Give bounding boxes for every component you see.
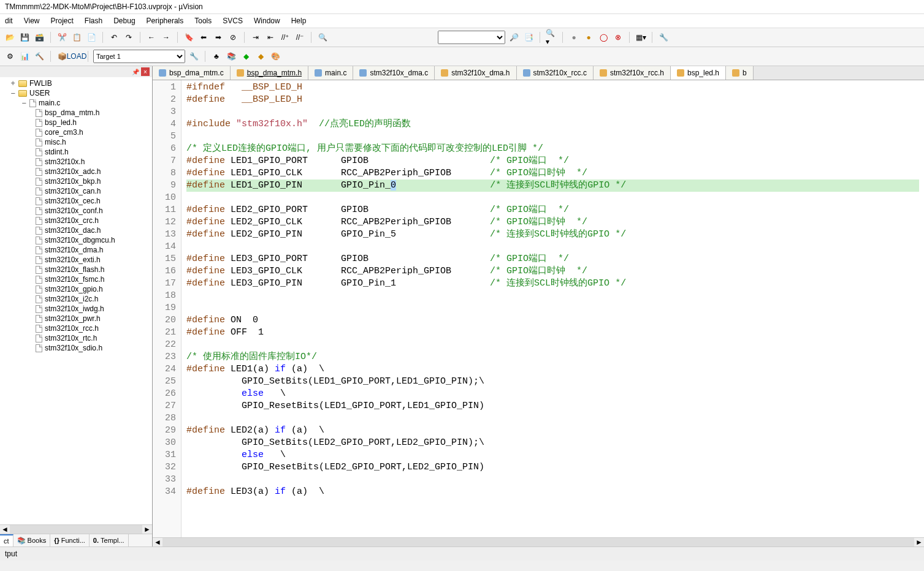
bookmark-icon[interactable]: 🔖 bbox=[183, 31, 195, 43]
tree-file[interactable]: stm32f10x_dac.h bbox=[1, 225, 151, 235]
save-all-icon[interactable]: 🗃️ bbox=[33, 31, 45, 43]
manage-icon[interactable]: ◆ bbox=[254, 50, 267, 62]
tree-file[interactable]: misc.h bbox=[1, 137, 151, 147]
editor-tab[interactable]: stm32f10x_dma.h bbox=[435, 66, 516, 80]
editor-tab[interactable]: stm32f10x_rcc.h bbox=[594, 66, 671, 80]
editor-tab[interactable]: bsp_dma_mtm.c bbox=[153, 66, 231, 80]
find-in-files-icon[interactable]: 🔎 bbox=[508, 31, 520, 43]
configure-icon[interactable]: 🔧 bbox=[657, 31, 670, 43]
nav-back-icon[interactable]: ← bbox=[145, 31, 158, 43]
options-icon[interactable]: 🔧 bbox=[188, 50, 200, 62]
bookmark-clear-icon[interactable]: ⊘ bbox=[227, 31, 239, 43]
indent-icon[interactable]: ⇥ bbox=[250, 31, 262, 43]
code-content[interactable]: #ifndef __BSP_LED_H#define __BSP_LED_H #… bbox=[181, 80, 924, 537]
redo-icon[interactable]: ↷ bbox=[123, 31, 135, 43]
tree-file[interactable]: stm32f10x_i2c.h bbox=[1, 294, 151, 304]
tree-folder-fwlib[interactable]: +FWLIB bbox=[1, 78, 151, 88]
mixed-icon[interactable]: 🎨 bbox=[269, 50, 281, 62]
tree-file[interactable]: stm32f10x_cec.h bbox=[1, 196, 151, 206]
target-select[interactable]: Target 1 bbox=[93, 50, 185, 63]
find-icon[interactable]: 🔍 bbox=[316, 31, 329, 43]
tree-file[interactable]: stm32f10x_pwr.h bbox=[1, 314, 151, 323]
open-icon[interactable]: 📂 bbox=[4, 31, 16, 43]
panel-tab-functions[interactable]: {}Functi... bbox=[50, 534, 90, 546]
find-select[interactable] bbox=[438, 31, 505, 44]
tree-file[interactable]: stm32f10x_iwdg.h bbox=[1, 304, 151, 314]
tree-file-main[interactable]: −main.c bbox=[1, 98, 151, 108]
tree-file[interactable]: stm32f10x_can.h bbox=[1, 186, 151, 196]
debug-icon[interactable]: 🔍▾ bbox=[545, 31, 557, 43]
editor-tab[interactable]: stm32f10x_rcc.c bbox=[517, 66, 594, 80]
editor-tab[interactable]: bsp_led.h bbox=[671, 66, 726, 80]
uncomment-icon[interactable]: //⁻ bbox=[294, 31, 306, 43]
editor-tab[interactable]: main.c bbox=[308, 66, 353, 80]
rebuild-icon[interactable]: 🔨 bbox=[33, 50, 45, 62]
menu-debug[interactable]: Debug bbox=[113, 17, 135, 25]
window-layout-icon[interactable]: ▦▾ bbox=[635, 31, 647, 43]
manage-rte-icon[interactable]: ♣ bbox=[210, 50, 223, 62]
tree-file[interactable]: stm32f10x_rcc.h bbox=[1, 323, 151, 333]
nav-fwd-icon[interactable]: → bbox=[160, 31, 172, 43]
tree-file[interactable]: stm32f10x_dbgmcu.h bbox=[1, 235, 151, 245]
menu-tools[interactable]: Tools bbox=[194, 17, 212, 25]
line-gutter: 1234567891011121314151617181920212223242… bbox=[153, 80, 181, 537]
undo-icon[interactable]: ↶ bbox=[108, 31, 120, 43]
editor-tab[interactable]: stm32f10x_dma.c bbox=[353, 66, 435, 80]
bp-insert-icon[interactable]: ● bbox=[568, 31, 580, 43]
tree-file[interactable]: stm32f10x_exti.h bbox=[1, 255, 151, 265]
tree-file[interactable]: stm32f10x_crc.h bbox=[1, 216, 151, 225]
bp-enable-icon[interactable]: ● bbox=[582, 31, 595, 43]
tree-file[interactable]: stm32f10x_bkp.h bbox=[1, 176, 151, 186]
tree-file[interactable]: stm32f10x.h bbox=[1, 157, 151, 167]
build-icon[interactable]: 📊 bbox=[18, 50, 31, 62]
tree-hscroll[interactable]: ◄► bbox=[0, 524, 152, 534]
bookmark-next-icon[interactable]: ➡ bbox=[212, 31, 224, 43]
menu-window[interactable]: Window bbox=[254, 17, 280, 25]
editor-hscroll[interactable]: ◄► bbox=[153, 537, 924, 546]
bp-kill-icon[interactable]: ⊗ bbox=[612, 31, 624, 43]
menu-edit[interactable]: dit bbox=[5, 17, 13, 25]
translate-icon[interactable]: ⚙ bbox=[4, 50, 16, 62]
copy-icon[interactable]: 📋 bbox=[71, 31, 83, 43]
tree-file[interactable]: stm32f10x_adc.h bbox=[1, 167, 151, 176]
tree-file[interactable]: stm32f10x_rtc.h bbox=[1, 333, 151, 343]
tree-file[interactable]: stdint.h bbox=[1, 147, 151, 157]
bp-disable-icon[interactable]: ◯ bbox=[597, 31, 609, 43]
tree-file[interactable]: stm32f10x_flash.h bbox=[1, 265, 151, 274]
select-packs-icon[interactable]: 📚 bbox=[225, 50, 237, 62]
menu-peripherals[interactable]: Peripherals bbox=[147, 17, 184, 25]
comment-icon[interactable]: //⁺ bbox=[279, 31, 291, 43]
project-tree[interactable]: +FWLIB −USER −main.c bsp_dma_mtm.hbsp_le… bbox=[0, 77, 152, 524]
panel-tab-templates[interactable]: 0.Templ... bbox=[90, 534, 129, 546]
close-icon[interactable]: × bbox=[141, 67, 150, 76]
cut-icon[interactable]: ✂️ bbox=[56, 31, 68, 43]
tree-file[interactable]: bsp_led.h bbox=[1, 118, 151, 127]
panel-tab-books[interactable]: 📚Books bbox=[13, 534, 51, 546]
inc-search-icon[interactable]: 📑 bbox=[522, 31, 535, 43]
menu-view[interactable]: View bbox=[24, 17, 40, 25]
tree-file[interactable]: stm32f10x_conf.h bbox=[1, 206, 151, 216]
pack-installer-icon[interactable]: ◆ bbox=[240, 50, 252, 62]
editor-tab[interactable]: b bbox=[726, 66, 754, 80]
download-icon[interactable]: LOAD bbox=[71, 50, 83, 62]
save-icon[interactable]: 💾 bbox=[18, 31, 31, 43]
tree-file[interactable]: stm32f10x_sdio.h bbox=[1, 343, 151, 353]
panel-tab-project[interactable]: ct bbox=[0, 534, 13, 546]
menu-project[interactable]: Project bbox=[50, 17, 73, 25]
tree-file[interactable]: core_cm3.h bbox=[1, 127, 151, 137]
code-editor[interactable]: 1234567891011121314151617181920212223242… bbox=[153, 80, 924, 537]
tree-file[interactable]: stm32f10x_gpio.h bbox=[1, 284, 151, 294]
tree-file[interactable]: stm32f10x_fsmc.h bbox=[1, 274, 151, 284]
tree-file[interactable]: bsp_dma_mtm.h bbox=[1, 108, 151, 118]
editor-tab[interactable]: bsp_dma_mtm.h bbox=[231, 66, 308, 80]
pin-icon[interactable]: 📌 bbox=[131, 67, 140, 76]
menu-flash[interactable]: Flash bbox=[85, 17, 102, 25]
h-file-icon bbox=[237, 69, 244, 77]
menu-help[interactable]: Help bbox=[291, 17, 307, 25]
menu-svcs[interactable]: SVCS bbox=[223, 17, 243, 25]
outdent-icon[interactable]: ⇤ bbox=[264, 31, 277, 43]
tree-folder-user[interactable]: −USER bbox=[1, 88, 151, 98]
paste-icon[interactable]: 📄 bbox=[85, 31, 97, 43]
bookmark-prev-icon[interactable]: ⬅ bbox=[197, 31, 210, 43]
tree-file[interactable]: stm32f10x_dma.h bbox=[1, 245, 151, 255]
